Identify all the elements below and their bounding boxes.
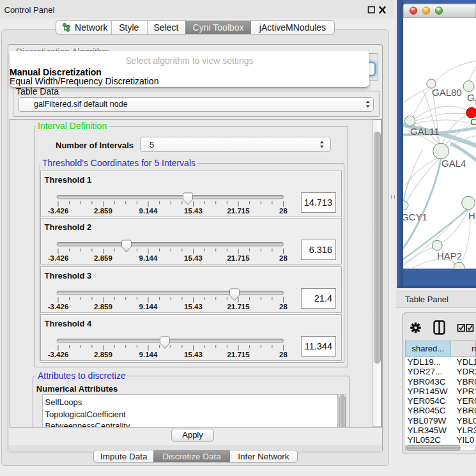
svg-text:21.715: 21.715 bbox=[227, 303, 250, 311]
svg-text:-3.426: -3.426 bbox=[48, 207, 69, 215]
svg-text:GAL4: GAL4 bbox=[441, 158, 466, 169]
svg-text:G..: G.. bbox=[467, 92, 476, 103]
svg-text:2.859: 2.859 bbox=[94, 351, 112, 358]
svg-text:15.43: 15.43 bbox=[184, 254, 203, 262]
svg-text:-3.426: -3.426 bbox=[48, 254, 69, 262]
svg-text:-3.426: -3.426 bbox=[48, 351, 69, 358]
svg-text:15.43: 15.43 bbox=[184, 303, 203, 311]
svg-text:C: C bbox=[470, 116, 476, 127]
svg-text:21.715: 21.715 bbox=[227, 207, 250, 215]
svg-text:GCY1: GCY1 bbox=[401, 211, 427, 222]
svg-text:28: 28 bbox=[279, 351, 288, 358]
svg-text:GAL80: GAL80 bbox=[432, 87, 462, 98]
svg-text:28: 28 bbox=[279, 254, 288, 262]
svg-text:2.859: 2.859 bbox=[94, 303, 112, 311]
svg-text:HAP2: HAP2 bbox=[437, 250, 462, 261]
svg-text:2.859: 2.859 bbox=[94, 207, 112, 215]
svg-text:9.144: 9.144 bbox=[139, 351, 158, 358]
svg-text:9.144: 9.144 bbox=[139, 303, 158, 311]
svg-text:H: H bbox=[468, 210, 475, 221]
svg-text:9.144: 9.144 bbox=[139, 207, 158, 215]
svg-text:9.144: 9.144 bbox=[139, 254, 158, 262]
svg-text:15.43: 15.43 bbox=[184, 351, 203, 358]
svg-text:15.43: 15.43 bbox=[184, 207, 203, 215]
svg-text:GAL11: GAL11 bbox=[410, 126, 440, 137]
svg-text:2.859: 2.859 bbox=[94, 254, 112, 262]
svg-text:28: 28 bbox=[279, 207, 288, 215]
svg-text:21.715: 21.715 bbox=[227, 254, 250, 262]
svg-text:28: 28 bbox=[279, 303, 288, 311]
svg-text:-3.426: -3.426 bbox=[48, 303, 69, 311]
svg-text:21.715: 21.715 bbox=[227, 351, 250, 358]
